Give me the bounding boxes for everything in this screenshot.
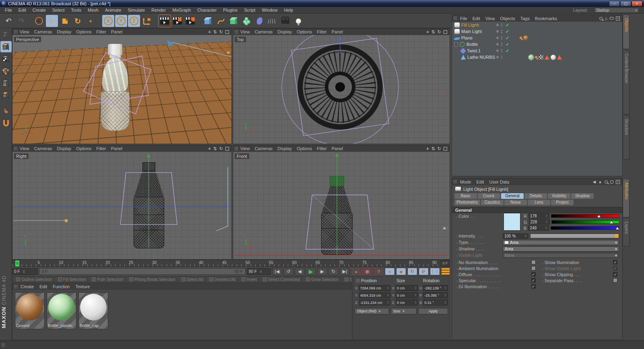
render-region-button[interactable]	[171, 15, 184, 27]
vp-maximize-icon[interactable]	[444, 147, 447, 151]
vp-pan-icon[interactable]: ⇅	[213, 29, 217, 35]
visibility-dots[interactable]	[501, 49, 503, 52]
lock-icon[interactable]	[610, 180, 613, 184]
menu-script[interactable]: Script	[244, 8, 255, 12]
material-bottle-cap[interactable]: Bottle_cap	[78, 292, 108, 329]
add-deformer-button[interactable]	[254, 15, 266, 27]
make-editable-button[interactable]	[0, 29, 12, 40]
layer-dot[interactable]	[496, 50, 499, 52]
checkbox[interactable]	[531, 266, 536, 271]
menu-tools[interactable]: Tools	[71, 8, 81, 12]
size-y-field[interactable]: 0 cm	[396, 292, 418, 298]
om-menu-file[interactable]: File	[460, 16, 467, 21]
checkbox[interactable]	[531, 272, 536, 277]
vp-rotate-icon[interactable]: ↻	[219, 146, 223, 151]
add-light-button[interactable]	[292, 15, 304, 27]
enabled-check[interactable]: ✓	[506, 29, 510, 34]
vp-menu-options[interactable]: Options	[76, 29, 91, 34]
tab-content-browser[interactable]: Content Browser	[623, 50, 630, 114]
tab-visibility[interactable]: Visibility	[548, 193, 570, 199]
menu-mesh[interactable]: Mesh	[88, 8, 99, 12]
undo-button[interactable]: ↶	[2, 15, 14, 27]
tab-details[interactable]: Details	[524, 193, 547, 199]
enabled-check[interactable]: ✓	[506, 35, 510, 41]
goto-start-button[interactable]: |◀	[272, 268, 282, 275]
tab-basic[interactable]: Basic	[454, 193, 477, 199]
mat-menu-create[interactable]: Create	[21, 284, 34, 289]
layer-dot[interactable]	[496, 24, 499, 26]
checkbox[interactable]	[613, 278, 617, 283]
gi-illumination-row[interactable]: GI Illumination . . . . .	[456, 283, 538, 289]
home-icon[interactable]: ⌂	[605, 16, 607, 21]
tab-attributes[interactable]: Attributes	[623, 179, 630, 217]
tab-coord[interactable]: Coord.	[478, 193, 500, 199]
rotation-b-field[interactable]: 0.31 °	[423, 299, 448, 306]
panel-grip[interactable]	[356, 279, 360, 283]
am-menu-userdata[interactable]: User Data	[489, 180, 510, 184]
ambient-illumination-row[interactable]: Ambient Illumination	[456, 265, 538, 271]
vp-maximize-icon[interactable]	[444, 30, 447, 34]
snap-button[interactable]	[0, 118, 12, 129]
compositing-tag-icon[interactable]	[520, 37, 522, 39]
size-mode-dropdown[interactable]: Size	[391, 308, 417, 314]
uvw-tag-icon[interactable]	[539, 55, 543, 60]
vp-rotate-icon[interactable]: ↻	[438, 146, 441, 151]
menu-plugins[interactable]: Plugins	[223, 8, 237, 12]
checkbox[interactable]	[613, 260, 617, 264]
command-palette-icon[interactable]	[441, 268, 450, 275]
vp-pan-icon[interactable]: ⇅	[213, 146, 217, 151]
lock-y-axis[interactable]: Y	[115, 15, 127, 27]
layer-dot[interactable]	[496, 37, 499, 39]
color-g-slider[interactable]	[551, 220, 619, 224]
vp-maximize-icon[interactable]	[225, 147, 229, 151]
object-row-plane[interactable]: Plane ✓	[452, 35, 622, 41]
menu-window[interactable]: Window	[262, 8, 278, 12]
size-z-field[interactable]: 0 cm	[396, 299, 418, 306]
panel-grip[interactable]	[14, 30, 18, 34]
object-row-twist[interactable]: Twist.1 ✓	[452, 47, 622, 54]
keyframe-selection-button[interactable]: ?	[374, 268, 384, 275]
rotate-tool[interactable]: ↻	[72, 15, 84, 27]
scale-tool[interactable]	[59, 15, 71, 27]
mat-menu-texture[interactable]: Texture	[75, 284, 90, 289]
vp-rotate-icon[interactable]: ↻	[219, 29, 223, 35]
panel-grip[interactable]	[234, 147, 238, 151]
menu-edit[interactable]: Edit	[19, 8, 26, 12]
render-settings-button[interactable]	[184, 15, 196, 27]
om-menu-bookmarks[interactable]: Bookmarks	[535, 16, 557, 21]
minimize-button[interactable]: —	[609, 1, 620, 6]
menu-simulate[interactable]: Simulate	[128, 8, 145, 12]
key-rotation-toggle[interactable]: ↻	[407, 268, 417, 275]
lock-z-axis[interactable]: Z	[128, 15, 140, 27]
key-pla-toggle[interactable]: ⋮⋮	[430, 268, 440, 275]
layer-dot[interactable]	[496, 30, 499, 33]
search-icon[interactable]	[605, 180, 608, 184]
general-section-header[interactable]: General	[452, 207, 622, 213]
tab-caustics[interactable]: Caustics	[481, 200, 504, 205]
history-back-icon[interactable]: ◀	[592, 180, 596, 184]
vp-menu-panel[interactable]: Panel	[332, 146, 343, 151]
perspective-canvas[interactable]: Y	[12, 35, 231, 144]
vp-menu-cameras[interactable]: Cameras	[255, 146, 273, 151]
vp-menu-options[interactable]: Options	[297, 146, 312, 151]
key-parameter-toggle[interactable]: P	[419, 268, 429, 275]
vp-menu-view[interactable]: View	[240, 146, 250, 151]
tab-objects[interactable]: Objects	[623, 14, 630, 49]
am-menu-mode[interactable]: Mode	[460, 180, 471, 184]
panel-grip[interactable]	[453, 180, 457, 184]
vp-menu-filter[interactable]: Filter	[317, 29, 326, 34]
add-nurbs-generator-button[interactable]	[228, 15, 240, 27]
history-up-icon[interactable]: ▲	[598, 180, 602, 184]
panel-grip[interactable]	[14, 147, 18, 151]
object-row-main-light[interactable]: Main Light ✓	[452, 28, 622, 35]
object-row-lathe-nurbs[interactable]: Lathe NURBS ·	[452, 54, 622, 60]
add-panel-icon[interactable]: +	[616, 17, 620, 21]
menu-render[interactable]: Render	[151, 8, 166, 12]
vp-menu-cameras[interactable]: Cameras	[34, 29, 52, 34]
viewport-perspective[interactable]: View Cameras Display Options Filter Pane…	[12, 28, 232, 144]
texture-mode-button[interactable]	[0, 53, 12, 64]
collapse-expander[interactable]: −	[454, 43, 458, 46]
search-icon[interactable]	[599, 17, 603, 20]
object-row-bottle[interactable]: − Bottle ✓	[452, 41, 622, 47]
visibility-dots[interactable]	[501, 43, 503, 46]
